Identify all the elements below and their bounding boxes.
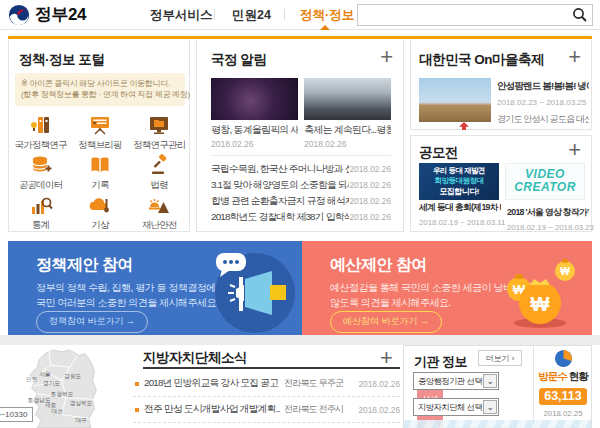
news-list-item[interactable]: 합병 관련 순환출자금지 규정 해석지침 제정시행 2018.02.26 xyxy=(211,195,391,211)
local-gov-select-value: 지방자치단체 선택 xyxy=(418,402,482,412)
public-data-icon xyxy=(29,153,53,177)
contest-more-button[interactable]: + xyxy=(568,140,581,160)
money-bags-icon: ₩ ₩ ₩ xyxy=(472,241,582,335)
portal-item-public-data[interactable]: 공공데이터 xyxy=(11,151,70,191)
news-item-title: 2018학년도 경찰대학 제38기 입학식 개최 xyxy=(211,211,349,224)
section-divider-strip xyxy=(0,335,600,345)
map-label-gyeonggi: 경기도 xyxy=(43,380,60,386)
contest-banner-video-creator[interactable]: VIDEO CREATOR xyxy=(505,163,585,200)
contest-banner-line: 우리 등대 재발견 xyxy=(419,166,499,176)
budget-banner-title: 예산제안 참여 xyxy=(330,255,427,276)
weather-icon xyxy=(88,193,112,217)
festival-thumbnail[interactable] xyxy=(419,78,491,122)
featured-date: 2018.02.26 xyxy=(304,139,391,149)
policy-banner-desc-line2: 국민 여러분의 소중한 의견을 제시해주세요 xyxy=(36,295,216,310)
festival-thumb-flag xyxy=(459,122,469,130)
pie-chart-icon xyxy=(554,349,573,368)
decorative-pattern xyxy=(404,420,591,428)
nav-separator xyxy=(214,9,215,20)
map-label-gangwon: 강원도 xyxy=(64,373,81,379)
map-label-daegu: 대구 xyxy=(75,417,87,423)
local-row-region: 전라북도 전주시 xyxy=(284,403,354,416)
local-gov-select[interactable]: 지방자치단체 선택 ⌄ xyxy=(413,398,499,416)
org-more-button[interactable]: 더보기 › xyxy=(478,350,522,366)
nav-item-gov-services[interactable]: 정부서비스 xyxy=(150,7,213,24)
portal-item-policy-briefing[interactable]: 정책브리핑 xyxy=(70,111,129,151)
festival-item-location: 경기도 안성시 공도읍 대신두길.. xyxy=(497,113,589,126)
contest-banner-line: CREATOR xyxy=(506,181,584,194)
contest-banner-lighthouse[interactable]: 우리 등대 재발견 희망등대원정대 모집합니다! xyxy=(419,163,499,200)
logo[interactable]: 정부24 xyxy=(8,3,86,26)
budget-banner-go-button[interactable]: 예산참여 바로가기 → xyxy=(330,311,442,333)
local-row-date: 2018.02.26 xyxy=(354,405,400,415)
policy-briefing-icon xyxy=(88,113,112,137)
law-icon xyxy=(147,153,171,177)
bullet-icon xyxy=(135,382,139,386)
policy-banner-go-button[interactable]: 정책참여 바로가기 → xyxy=(36,311,148,333)
portal-note: ※ 아이콘 클릭시 해당 사이트로 이동합니다. (향후 정책정보를 통합 · … xyxy=(15,73,185,106)
news-item-title: 3.1절 맞아 해양영토의 소중함을 되새기다! xyxy=(211,179,349,192)
logo-text: 정부24 xyxy=(35,3,86,26)
nav-item-minwon24[interactable]: 민원24 xyxy=(232,7,271,24)
featured-thumbnail-ceremony[interactable] xyxy=(304,78,391,120)
festival-item-period: 2018.02.23 ~ 2018.03.25 xyxy=(497,98,589,107)
bullet-icon xyxy=(135,408,139,412)
policy-portal-title: 정책·정보 포털 xyxy=(19,51,104,69)
map-label-daejeon: 대전 xyxy=(52,408,63,414)
svg-text:₩: ₩ xyxy=(531,293,550,315)
map-label-seoul: 서울 xyxy=(39,371,51,377)
map-legend-tooltip: 0~10330 xyxy=(0,407,33,422)
contest-item-period: 2018.02.19 ~ 2018.03.23 xyxy=(507,223,589,232)
svg-text:₩: ₩ xyxy=(560,266,570,277)
budget-suggestion-banner[interactable]: 예산제안 참여 예산절감을 통해 국민의 소중한 세금이 낭비되지 않도록 의견… xyxy=(302,241,592,335)
visitor-stats: 방문수 현황 63,113 2018.02.25 xyxy=(534,346,592,428)
policy-suggestion-banner[interactable]: 정책제안 참여 정부의 정책 수립, 집행, 평가 등 정책결정에 국민 여러분… xyxy=(8,241,302,335)
portal-item-national-policy-research[interactable]: 국가정책연구 xyxy=(11,111,70,151)
featured-title[interactable]: 평창, 동계올림픽의 새로운... xyxy=(211,123,298,137)
portal-item-law[interactable]: 법령 xyxy=(130,151,189,191)
org-info-panel: 기관 정보 더보기 › 중앙행정기관 선택 ⌄ 상세 지방자치단체 선택 ⌄ 상… xyxy=(403,345,592,428)
festival-more-button[interactable]: + xyxy=(568,47,581,67)
featured-thumbnail-olympic[interactable] xyxy=(211,78,298,120)
news-item-date: 2018.02.26 xyxy=(349,180,391,190)
visitor-label-primary: 방문수 xyxy=(538,370,567,382)
festival-item-title[interactable]: 안성팜랜드 봄!봄!봄! 냉이축... xyxy=(497,80,589,93)
contest-item-title[interactable]: 세계 등대 총회(제19차 IALA... xyxy=(419,202,501,214)
national-news-more-button[interactable]: + xyxy=(380,47,393,67)
national-news-title: 국정 알림 xyxy=(211,51,266,69)
national-news-captions: 평창, 동계올림픽의 새로운... 2018.02.26 축제는 계속된다...… xyxy=(211,123,391,149)
portal-item-statistics[interactable]: 통계 xyxy=(11,191,70,231)
local-news-title: 지방자치단체소식 xyxy=(143,349,247,367)
portal-note-line1: ※ 아이콘 클릭시 해당 사이트로 이동합니다. xyxy=(21,78,179,89)
news-list-item[interactable]: 국립수목원, 한국산 주머니나방과 신종 2종 발견 2018.02.26 xyxy=(211,163,391,179)
local-news-row[interactable]: 상반기 해외바이어 초청 수출상담회 전라북도 전주시 2018.02.26 xyxy=(133,423,400,428)
local-row-date: 2018.02.26 xyxy=(354,379,400,389)
national-policy-research-icon xyxy=(29,113,53,137)
national-news-thumbnails xyxy=(211,78,391,120)
contest-panel: 공모전 + 우리 등대 재발견 희망등대원정대 모집합니다! VIDEO CRE… xyxy=(410,135,592,232)
policy-banner-title: 정책제안 참여 xyxy=(36,255,133,276)
central-agency-select[interactable]: 중앙행정기관 선택 ⌄ xyxy=(413,372,499,390)
visitor-date: 2018.02.25 xyxy=(534,409,592,418)
nav-separator xyxy=(284,9,285,20)
local-news-row[interactable]: 전주 만성 도시개발사업 개발계획.. 전라북도 전주시 2018.02.26 xyxy=(133,397,400,423)
news-list-item[interactable]: 2018학년도 경찰대학 제38기 입학식 개최 2018.02.26 xyxy=(211,211,391,227)
festival-panel: 대한민국 On마을축제 + 안성팜랜드 봄!봄!봄! 냉이축... 2018.0… xyxy=(410,39,592,130)
search-button[interactable] xyxy=(571,7,589,25)
local-news-list: 2018년 민방위교육 강사 모집 공고 전라북도 무주군 2018.02.26… xyxy=(133,371,400,428)
national-news-list: 국립수목원, 한국산 주머니나방과 신종 2종 발견 2018.02.26 3.… xyxy=(211,155,391,227)
portal-item-policy-research-mgmt[interactable]: 정책연구관리 xyxy=(130,111,189,151)
megaphone-icon xyxy=(192,241,302,335)
search-input[interactable] xyxy=(362,6,567,24)
portal-item-records[interactable]: 기록 xyxy=(70,151,129,191)
featured-title[interactable]: 축제는 계속된다...평창 패럴... xyxy=(304,123,391,137)
nav-item-policy-info[interactable]: 정책·정보 xyxy=(300,7,354,24)
portal-item-weather[interactable]: 기상 xyxy=(70,191,129,231)
local-news-row[interactable]: 2018년 민방위교육 강사 모집 공고 전라북도 무주군 2018.02.26 xyxy=(133,371,400,397)
portal-item-disaster-safety[interactable]: 재난안전 xyxy=(130,191,189,231)
local-row-region: 전라북도 무주군 xyxy=(284,377,354,390)
policy-research-mgmt-icon xyxy=(147,113,171,137)
contest-item-title[interactable]: 2018 '서울 영상 창작가' 모집 xyxy=(507,207,589,219)
contest-meta: 세계 등대 총회(제19차 IALA... 2018.02.19 ~ 2018.… xyxy=(419,202,589,232)
news-list-item[interactable]: 3.1절 맞아 해양영토의 소중함을 되새기다! 2018.02.26 xyxy=(211,179,391,195)
